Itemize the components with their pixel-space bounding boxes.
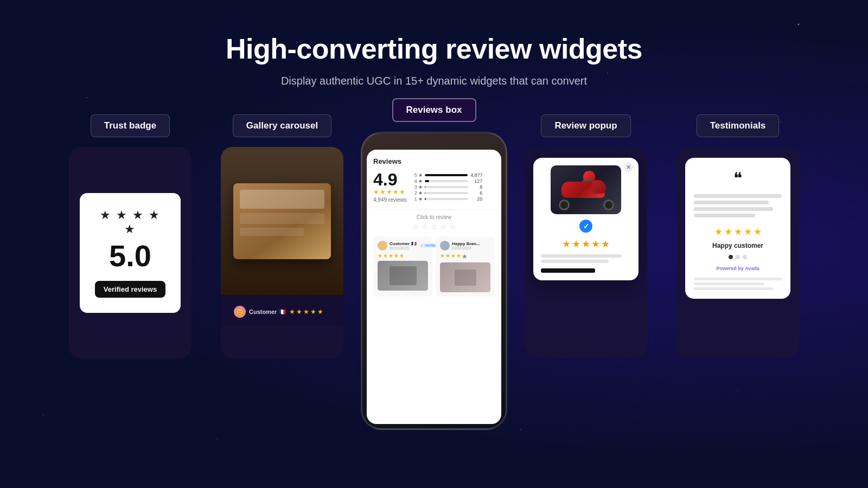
click-to-review: Click to review — [373, 209, 495, 220]
widgets-row: Trust badge ★ ★ ★ ★ ★ 5.0 Verified revie… — [0, 114, 868, 430]
review-cards-row: Customer 🇫🇷 02/11/2023 ✓ Verified ★★★★★ — [373, 236, 495, 297]
page-heading: High-converting review widgets — [226, 33, 642, 65]
review-popup-col: Review popup ✕ — [510, 114, 662, 358]
reviews-box-col: Reviews box Reviews 4.9 ★★★★★ 4,949 revi… — [358, 98, 510, 430]
big-stars-row: ★★★★★ — [373, 188, 407, 196]
big-rating: 4.9 — [373, 171, 407, 188]
popup-stars: ★★★★★ — [541, 238, 631, 250]
rating-row-3: 3 ★ 8 — [414, 184, 483, 190]
dot-1 — [729, 255, 733, 259]
happy-stars: ★★★★★ — [440, 253, 490, 260]
popup-check-icon: ✓ — [579, 220, 592, 233]
gallery-carousel-col: Gallery carousel — [206, 114, 358, 358]
gallery-customer-name: Customer 🇫🇷 — [249, 309, 286, 316]
gallery-inner: 😊 Customer 🇫🇷 ★ ★ ★ ★ ★ — [221, 147, 343, 358]
testimonial-lines — [694, 194, 782, 217]
trust-score: 5.0 — [92, 241, 169, 271]
customer-avatar — [378, 241, 387, 251]
gallery-footer: 😊 Customer 🇫🇷 ★ ★ ★ ★ ★ — [227, 300, 337, 322]
testimonial-customer-name: Happy customer — [694, 242, 782, 249]
reviews-box-label[interactable]: Reviews box — [392, 98, 476, 122]
testimonials-label[interactable]: Testimonials — [697, 114, 780, 137]
trust-stars: ★ ★ ★ ★ ★ — [92, 208, 169, 236]
page-subheading: Display authentic UGC in 15+ dynamic wid… — [281, 75, 587, 87]
dot-3 — [743, 255, 747, 259]
trust-badge-inner: ★ ★ ★ ★ ★ 5.0 Verified reviews — [80, 193, 181, 313]
gallery-bg — [221, 147, 343, 295]
happy-photo — [440, 262, 490, 292]
testimonial-inner: ❝ ★★★★★ Happy customer — [685, 158, 790, 299]
testimonials-card: ❝ ★★★★★ Happy customer — [676, 147, 799, 358]
mini-review-header-1: Customer 🇫🇷 02/11/2023 ✓ Verified — [378, 241, 428, 251]
reviews-phone: Reviews 4.9 ★★★★★ 4,949 reviews 5 ★ — [361, 132, 507, 430]
trust-badge-card: ★ ★ ★ ★ ★ 5.0 Verified reviews — [69, 147, 192, 358]
popup-review-lines — [541, 254, 631, 273]
page-content: High-converting review widgets Display a… — [0, 0, 868, 430]
dot-2 — [736, 255, 740, 259]
testimonial-dots — [694, 255, 782, 259]
review-card-customer: Customer 🇫🇷 02/11/2023 ✓ Verified ★★★★★ — [373, 236, 432, 297]
review-popup-label[interactable]: Review popup — [541, 114, 630, 137]
testimonial-bottom-lines — [694, 278, 782, 290]
gallery-avatar: 😊 — [234, 306, 246, 318]
rating-row-5: 5 ★ 4,877 — [414, 172, 483, 178]
customer-photo — [378, 261, 428, 291]
reviews-phone-inner: Reviews 4.9 ★★★★★ 4,949 reviews 5 ★ — [367, 150, 501, 424]
rating-row-1: 1 ★ 20 — [414, 196, 483, 202]
customer-name: Customer 🇫🇷 — [390, 241, 417, 246]
mini-review-header-2: Happy Bran... 02/02/2023 — [440, 241, 490, 251]
popup-inner: ✕ — [533, 158, 639, 280]
rating-summary: 4.9 ★★★★★ 4,949 reviews 5 ★ 4,877 — [373, 171, 495, 203]
gallery-carousel-card: 😊 Customer 🇫🇷 ★ ★ ★ ★ ★ — [221, 147, 343, 358]
reviews-title: Reviews — [373, 157, 495, 165]
review-card-happy: Happy Bran... 02/02/2023 ★★★★★ — [436, 236, 495, 297]
rating-row-2: 2 ★ 6 — [414, 190, 483, 196]
review-popup-card: ✕ — [525, 147, 647, 358]
popup-product-img — [551, 165, 621, 214]
empty-stars-row: ☆☆☆☆☆ — [373, 222, 495, 231]
happy-date: 02/02/2023 — [452, 246, 480, 250]
rating-row-4: 4 ★ 127 — [414, 178, 483, 184]
customer-date: 02/11/2023 — [390, 246, 417, 250]
trust-badge-label[interactable]: Trust badge — [91, 114, 170, 137]
review-count: 4,949 reviews — [373, 197, 407, 203]
happy-avatar — [440, 241, 450, 251]
testimonials-col: Testimonials ❝ ★★★★★ Happy customer — [662, 114, 814, 358]
happy-name: Happy Bran... — [452, 241, 480, 246]
gallery-stars: ★ ★ ★ ★ ★ — [289, 308, 323, 316]
customer-stars: ★★★★★ — [378, 253, 428, 259]
quote-icon: ❝ — [694, 169, 782, 188]
rating-bars: 5 ★ 4,877 4 ★ 127 3 ★ — [414, 172, 483, 202]
gallery-carousel-label[interactable]: Gallery carousel — [233, 114, 331, 137]
popup-close-btn[interactable]: ✕ — [623, 162, 633, 172]
testimonial-stars: ★★★★★ — [694, 226, 782, 237]
trust-verified-btn[interactable]: Verified reviews — [95, 281, 165, 298]
trust-badge-col: Trust badge ★ ★ ★ ★ ★ 5.0 Verified revie… — [54, 114, 206, 358]
testimonial-powered: Powered by Avada — [694, 266, 782, 271]
